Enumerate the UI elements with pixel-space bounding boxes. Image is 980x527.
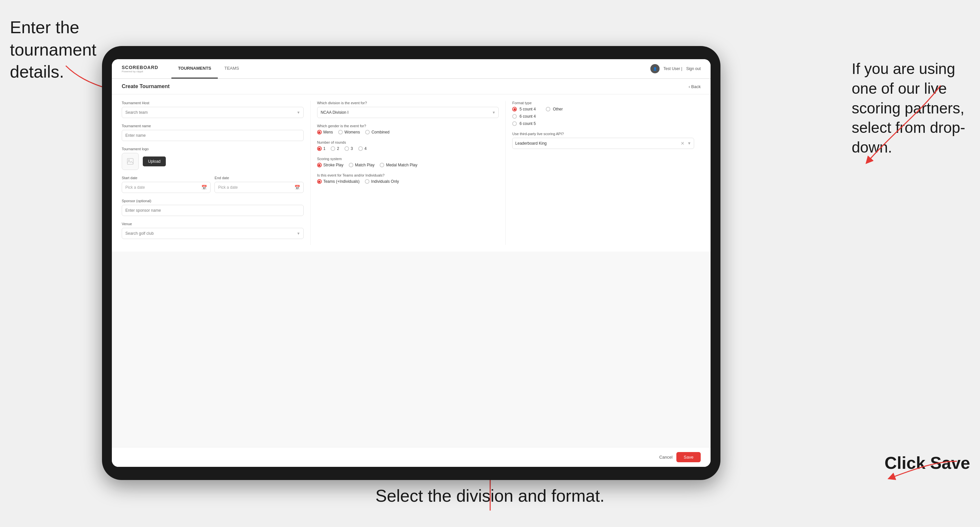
radio-5count4 xyxy=(512,107,517,111)
radio-round-4 xyxy=(358,146,363,151)
radio-individuals-only xyxy=(365,179,369,184)
radio-teams-individuals xyxy=(317,179,322,184)
gender-combined[interactable]: Combined xyxy=(365,130,390,135)
radio-other xyxy=(546,107,550,111)
rounds-1[interactable]: 1 xyxy=(317,146,326,151)
form-column-right: Format type 5 count 4 6 count 4 xyxy=(505,101,701,245)
teams-plus-individuals-label: Teams (+Individuals) xyxy=(323,179,360,184)
save-button[interactable]: Save xyxy=(676,452,701,462)
format-6count5[interactable]: 6 count 5 xyxy=(512,121,536,126)
gender-label: Which gender is the event for? xyxy=(317,124,499,128)
nav-logo: SCOREBOARD Powered by clippit xyxy=(122,65,158,73)
scoring-medal-match-play-label: Medal Match Play xyxy=(386,163,417,167)
nav-right: 👤 Test User | Sign out xyxy=(651,64,701,73)
gender-womens[interactable]: Womens xyxy=(338,130,360,135)
scoring-stroke-play-label: Stroke Play xyxy=(323,163,344,167)
form-body: Tournament Host ▼ Tournament name Tourna… xyxy=(112,94,711,251)
other-label: Other xyxy=(553,107,563,111)
form-footer: Cancel Save xyxy=(112,447,711,467)
live-scoring-label: Use third-party live scoring API? xyxy=(512,132,694,136)
rounds-4[interactable]: 4 xyxy=(358,146,367,151)
format-5count4-label: 5 count 4 xyxy=(519,107,536,111)
nav-logo-subtitle: Powered by clippit xyxy=(122,70,158,73)
scoring-match-play[interactable]: Match Play xyxy=(349,163,374,167)
radio-match-play xyxy=(349,163,353,167)
annotation-top-right: If you are using one of our live scoring… xyxy=(852,59,974,157)
format-5count4[interactable]: 5 count 4 xyxy=(512,107,536,111)
annotation-bottom-center: Select the division and format. xyxy=(375,485,605,507)
round-2-label: 2 xyxy=(337,146,339,151)
scoring-stroke-play[interactable]: Stroke Play xyxy=(317,163,344,167)
annotation-top-left: Enter the tournament details. xyxy=(10,16,99,83)
round-4-label: 4 xyxy=(364,146,367,151)
back-link[interactable]: ‹ Back xyxy=(689,84,701,89)
search-team-input[interactable] xyxy=(122,107,304,118)
scoring-options: Stroke Play Match Play Medal Match Play xyxy=(317,163,499,167)
individuals-only-label: Individuals Only xyxy=(371,179,399,184)
division-input[interactable] xyxy=(317,107,499,118)
tablet-device: SCOREBOARD Powered by clippit TOURNAMENT… xyxy=(102,46,721,480)
live-scoring-select[interactable]: Leaderboard King ✕ ▼ xyxy=(512,138,694,149)
live-scoring-group: Use third-party live scoring API? Leader… xyxy=(512,132,694,149)
page-header: Create Tournament ‹ Back xyxy=(112,79,711,94)
rounds-3[interactable]: 3 xyxy=(344,146,353,151)
nav-user-label: Test User | xyxy=(663,67,682,71)
live-scoring-chevron-icon[interactable]: ▼ xyxy=(687,141,691,146)
teams-plus-individuals[interactable]: Teams (+Individuals) xyxy=(317,179,360,184)
format-6count4-label: 6 count 4 xyxy=(519,114,536,119)
individuals-only[interactable]: Individuals Only xyxy=(365,179,399,184)
end-date-input[interactable]: Pick a date 📅 xyxy=(215,182,303,193)
sign-out-link[interactable]: Sign out xyxy=(686,67,701,71)
scoring-medal-match-play[interactable]: Medal Match Play xyxy=(380,163,417,167)
format-6count4[interactable]: 6 count 4 xyxy=(512,114,536,119)
search-golf-club-input[interactable] xyxy=(122,228,304,239)
sponsor-input[interactable] xyxy=(122,205,304,216)
end-date-label: End date xyxy=(215,176,303,180)
start-date-placeholder: Pick a date xyxy=(125,185,145,190)
nav-tabs: TOURNAMENTS TEAMS xyxy=(172,59,651,79)
gender-mens[interactable]: Mens xyxy=(317,130,333,135)
start-date-input[interactable]: Pick a date 📅 xyxy=(122,182,210,193)
tournament-host-search[interactable]: ▼ xyxy=(122,107,304,118)
svg-rect-0 xyxy=(127,159,133,164)
format-6count5-label: 6 count 5 xyxy=(519,121,536,126)
end-date-group: End date Pick a date 📅 xyxy=(215,176,303,193)
nav-bar: SCOREBOARD Powered by clippit TOURNAMENT… xyxy=(112,59,711,79)
clear-live-scoring-icon[interactable]: ✕ xyxy=(681,141,684,146)
upload-button[interactable]: Upload xyxy=(143,157,166,167)
round-3-label: 3 xyxy=(351,146,353,151)
radio-round-1 xyxy=(317,146,322,151)
avatar: 👤 xyxy=(651,64,660,73)
scoring-group: Scoring system Stroke Play Match Play xyxy=(317,157,499,167)
gender-group: Which gender is the event for? Mens Wome… xyxy=(317,124,499,135)
rounds-options: 1 2 3 4 xyxy=(317,146,499,151)
format-type-label: Format type xyxy=(512,101,694,105)
nav-tab-tournaments[interactable]: TOURNAMENTS xyxy=(172,59,218,79)
gender-womens-label: Womens xyxy=(344,130,360,135)
calendar-icon-end: 📅 xyxy=(294,185,300,190)
format-options-left: 5 count 4 6 count 4 6 count 5 xyxy=(512,107,536,126)
calendar-icon: 📅 xyxy=(201,185,207,190)
teams-group: Is this event for Teams and/or Individua… xyxy=(317,173,499,184)
cancel-button[interactable]: Cancel xyxy=(659,455,672,460)
tournament-host-group: Tournament Host ▼ xyxy=(122,101,304,118)
logo-placeholder xyxy=(122,153,139,170)
venue-search[interactable]: ▼ xyxy=(122,228,304,239)
division-label: Which division is the event for? xyxy=(317,101,499,105)
page-title: Create Tournament xyxy=(122,84,170,89)
radio-6count5 xyxy=(512,121,517,126)
gender-options: Mens Womens Combined xyxy=(317,130,499,135)
tournament-name-input[interactable] xyxy=(122,130,304,141)
scoring-label: Scoring system xyxy=(317,157,499,161)
nav-tab-teams[interactable]: TEAMS xyxy=(218,59,246,79)
gender-mens-label: Mens xyxy=(323,130,333,135)
start-date-label: Start date xyxy=(122,176,210,180)
division-select[interactable]: ▼ xyxy=(317,107,499,118)
nav-logo-title: SCOREBOARD xyxy=(122,65,158,70)
format-options-right: Other xyxy=(546,107,563,111)
tournament-logo-label: Tournament logo xyxy=(122,147,304,151)
format-other[interactable]: Other xyxy=(546,107,563,111)
teams-label: Is this event for Teams and/or Individua… xyxy=(317,173,499,177)
round-1-label: 1 xyxy=(323,146,326,151)
rounds-2[interactable]: 2 xyxy=(331,146,339,151)
